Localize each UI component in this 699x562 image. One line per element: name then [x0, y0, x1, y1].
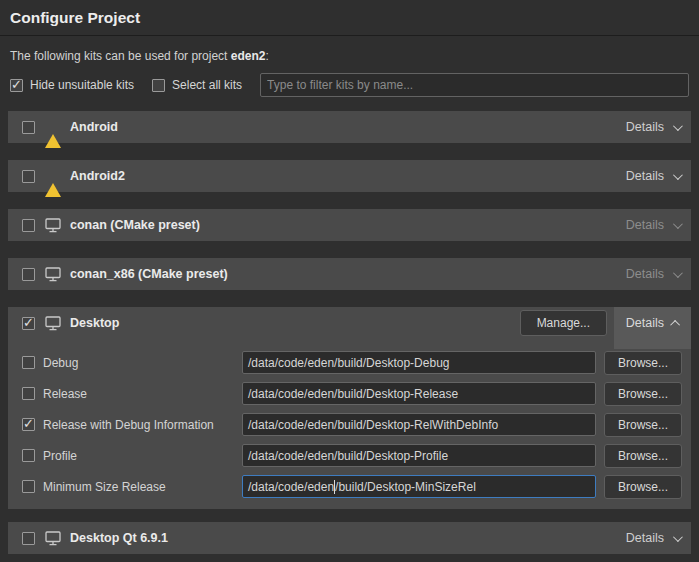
kit-row-desktop[interactable]: Desktop Manage... [8, 307, 691, 339]
kit-checkbox[interactable] [22, 121, 35, 134]
browse-button[interactable]: Browse... [604, 413, 682, 437]
build-path-input[interactable]: /data/code/eden/build/Desktop-Debug [242, 351, 596, 374]
browse-button[interactable]: Browse... [604, 351, 682, 375]
kit-filter-input[interactable] [260, 73, 689, 97]
build-path-input[interactable]: /data/code/eden/build/Desktop-Release [242, 382, 596, 405]
config-checkbox[interactable] [22, 449, 35, 462]
hide-unsuitable-kits-label: Hide unsuitable kits [30, 78, 134, 92]
page-header: Configure Project [0, 0, 699, 36]
config-checkbox[interactable] [22, 418, 35, 431]
kit-checkbox[interactable] [22, 532, 35, 545]
kit-row-android[interactable]: Android Details [8, 111, 691, 143]
checkbox-icon [152, 79, 165, 92]
spacer [8, 339, 691, 347]
kit-checkbox[interactable] [22, 317, 35, 330]
build-path-input[interactable]: /data/code/eden/build/Desktop-MinSizeRel [242, 475, 596, 498]
config-label: Release with Debug Information [43, 418, 234, 432]
details-label: Details [626, 169, 664, 183]
details-toggle: Details [616, 209, 691, 241]
select-all-kits-label: Select all kits [172, 78, 242, 92]
kit-row-android2[interactable]: Android2 Details [8, 160, 691, 192]
kit-name: conan (CMake preset) [70, 218, 200, 232]
config-label: Release [43, 387, 234, 401]
details-toggle: Details [616, 258, 691, 290]
kit-name: Android [70, 120, 118, 134]
page-title: Configure Project [10, 9, 689, 27]
config-checkbox[interactable] [22, 387, 35, 400]
desktop-icon [45, 531, 61, 546]
chevron-down-icon [673, 219, 683, 229]
build-path-input[interactable]: /data/code/eden/build/Desktop-RelWithDeb… [242, 413, 596, 436]
build-config-row-minsizerel: Minimum Size Release /data/code/eden/bui… [8, 471, 691, 502]
kit-panel-desktop: Details Desktop Manage... Debug /data/co… [8, 307, 691, 509]
kit-name: Android2 [70, 169, 125, 183]
config-label: Debug [43, 356, 234, 370]
chevron-down-icon [673, 268, 683, 278]
build-config-row-debug: Debug /data/code/eden/build/Desktop-Debu… [8, 347, 691, 378]
kit-list: Android Details Android2 Details conan (… [8, 111, 691, 554]
browse-button[interactable]: Browse... [604, 475, 682, 499]
chevron-down-icon [673, 532, 683, 542]
project-name: eden2 [231, 49, 266, 63]
details-label: Details [626, 218, 664, 232]
kit-row-desktop-qt-691[interactable]: Desktop Qt 6.9.1 Details [8, 522, 691, 554]
kit-name: Desktop Qt 6.9.1 [70, 531, 168, 545]
manage-button[interactable]: Manage... [520, 310, 607, 336]
build-config-row-relwithdebinfo: Release with Debug Information /data/cod… [8, 409, 691, 440]
details-label: Details [626, 120, 664, 134]
config-checkbox[interactable] [22, 356, 35, 369]
kit-checkbox[interactable] [22, 219, 35, 232]
warning-icon [45, 169, 61, 183]
desktop-icon [45, 316, 61, 331]
details-toggle[interactable]: Details [616, 111, 691, 143]
kit-row-conan[interactable]: conan (CMake preset) Details [8, 209, 691, 241]
kit-checkbox[interactable] [22, 170, 35, 183]
desktop-icon [45, 267, 61, 282]
chevron-down-icon [673, 121, 683, 131]
path-text: /build/Desktop-MinSizeRel [335, 480, 476, 494]
hide-unsuitable-kits-checkbox[interactable]: Hide unsuitable kits [10, 78, 134, 92]
config-label: Minimum Size Release [43, 480, 234, 494]
browse-button[interactable]: Browse... [604, 382, 682, 406]
chevron-down-icon [673, 170, 683, 180]
path-text: /data/code/eden/build/Desktop-Release [248, 387, 458, 401]
config-checkbox[interactable] [22, 480, 35, 493]
build-path-input[interactable]: /data/code/eden/build/Desktop-Profile [242, 444, 596, 467]
filter-bar: Hide unsuitable kits Select all kits [10, 73, 689, 97]
kit-name: conan_x86 (CMake preset) [70, 267, 228, 281]
path-text: /data/code/eden/build/Desktop-RelWithDeb… [248, 418, 498, 432]
path-text: /data/code/eden/build/Desktop-Profile [248, 449, 448, 463]
build-config-row-profile: Profile /data/code/eden/build/Desktop-Pr… [8, 440, 691, 471]
checkbox-icon [10, 79, 23, 92]
path-text: /data/code/eden/build/Desktop-Debug [248, 356, 449, 370]
kit-name: Desktop [70, 316, 119, 330]
kit-checkbox[interactable] [22, 268, 35, 281]
select-all-kits-checkbox[interactable]: Select all kits [152, 78, 242, 92]
intro-text: The following kits can be used for proje… [10, 49, 689, 63]
details-label: Details [626, 267, 664, 281]
desktop-icon [45, 218, 61, 233]
details-toggle[interactable]: Details [616, 522, 691, 554]
intro-text-before: The following kits can be used for proje… [10, 49, 231, 63]
browse-button[interactable]: Browse... [604, 444, 682, 468]
intro-text-after: : [265, 49, 268, 63]
kit-row-conan-x86[interactable]: conan_x86 (CMake preset) Details [8, 258, 691, 290]
warning-icon [45, 120, 61, 134]
details-label: Details [626, 531, 664, 545]
build-config-row-release: Release /data/code/eden/build/Desktop-Re… [8, 378, 691, 409]
details-toggle[interactable]: Details [616, 160, 691, 192]
path-text: /data/code/eden [248, 480, 334, 494]
config-label: Profile [43, 449, 234, 463]
